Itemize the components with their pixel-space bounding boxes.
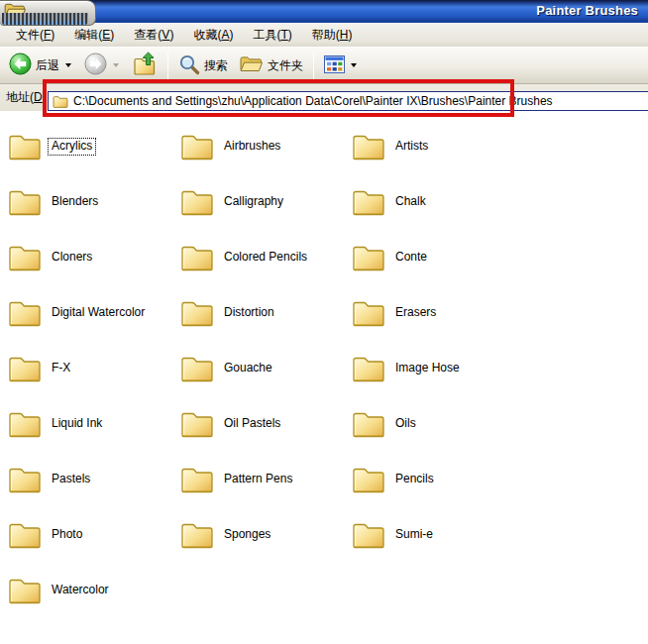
- folder-item[interactable]: Oil Pastels: [180, 396, 352, 452]
- menu-item[interactable]: 文件(F): [6, 24, 64, 47]
- folder-icon: [352, 465, 385, 494]
- folder-icon: [8, 465, 42, 494]
- folder-icon: [8, 576, 42, 605]
- folder-item[interactable]: Chalk: [352, 174, 648, 230]
- folder-name: Acrylics: [49, 139, 95, 154]
- folder-name: Image Hose: [392, 361, 463, 376]
- folder-icon: [8, 354, 42, 383]
- back-icon: [9, 53, 32, 78]
- folder-name: Blenders: [49, 194, 101, 209]
- folder-name: Watercolor: [49, 583, 112, 597]
- back-button[interactable]: 后退: [5, 51, 63, 80]
- folder-list: Acrylics Airbrushes: [0, 111, 648, 644]
- search-label: 搜索: [204, 57, 228, 74]
- address-input[interactable]: C:\Documents and Settings\zhu\Applicatio…: [48, 91, 648, 111]
- toolbar-separator: [313, 53, 314, 79]
- folder-name: Liquid Ink: [49, 416, 105, 431]
- folder-name: Pencils: [392, 472, 437, 486]
- folder-icon: [352, 409, 385, 439]
- forward-icon: [84, 53, 107, 78]
- toolbar-separator: [167, 53, 168, 79]
- menu-item[interactable]: 查看(V): [124, 24, 183, 47]
- folder-icon: [180, 187, 214, 217]
- folder-name: Pastels: [49, 472, 93, 486]
- folder-name: Airbrushes: [221, 139, 283, 154]
- views-dropdown-caret[interactable]: [351, 63, 357, 67]
- folder-name: Colored Pencils: [221, 250, 310, 265]
- folder-item[interactable]: Conte: [352, 230, 648, 285]
- folder-name: Chalk: [392, 194, 429, 209]
- views-button[interactable]: [320, 54, 361, 78]
- folder-name: Cloners: [49, 250, 95, 265]
- up-folder-icon: [133, 52, 158, 79]
- folder-name: Pattern Pens: [221, 472, 295, 486]
- folder-name: Distortion: [221, 305, 277, 320]
- folder-item[interactable]: Artists: [352, 119, 648, 174]
- forward-dropdown-caret[interactable]: [113, 63, 119, 67]
- folder-item[interactable]: Pattern Pens: [180, 452, 352, 507]
- folder-item[interactable]: F-X: [8, 341, 180, 396]
- folder-icon: [180, 354, 214, 383]
- title-bar: Painter Brushes: [0, 0, 648, 23]
- folder-name: Oil Pastels: [221, 416, 283, 431]
- menu-item[interactable]: 工具(T): [243, 24, 301, 47]
- folder-item[interactable]: Image Hose: [352, 341, 648, 396]
- folder-item[interactable]: Watercolor: [8, 563, 180, 618]
- folder-icon: [53, 95, 68, 108]
- folders-icon: [240, 55, 264, 75]
- folder-icon: [180, 520, 214, 550]
- folder-item[interactable]: Photo: [8, 507, 180, 563]
- folder-name: Oils: [392, 416, 419, 431]
- forward-button[interactable]: [80, 51, 111, 80]
- folder-item[interactable]: Gouache: [180, 341, 352, 396]
- back-dropdown-caret[interactable]: [65, 63, 71, 67]
- folder-item[interactable]: Erasers: [352, 285, 648, 341]
- address-path: C:\Documents and Settings\zhu\Applicatio…: [73, 94, 553, 108]
- address-bar: 地址(D) C:\Documents and Settings\zhu\Appl…: [0, 84, 648, 111]
- folder-item[interactable]: Cloners: [8, 230, 180, 285]
- folder-item[interactable]: Distortion: [180, 285, 352, 341]
- folder-item[interactable]: Oils: [352, 396, 648, 452]
- menu-item[interactable]: 收藏(A): [183, 24, 243, 47]
- folder-item[interactable]: Sponges: [180, 507, 352, 563]
- folder-item[interactable]: Liquid Ink: [8, 396, 180, 452]
- folder-icon: [352, 243, 385, 272]
- views-icon: [324, 55, 345, 76]
- folder-name: Erasers: [392, 305, 439, 320]
- folder-item[interactable]: Calligraphy: [180, 174, 352, 230]
- folder-item[interactable]: Airbrushes: [180, 119, 352, 174]
- folder-item[interactable]: Sumi-e: [352, 507, 648, 563]
- folder-name: Sumi-e: [392, 527, 436, 542]
- folder-icon: [8, 298, 42, 328]
- folder-name: Artists: [392, 139, 431, 154]
- folder-icon: [352, 187, 385, 217]
- folder-item[interactable]: Acrylics: [8, 119, 180, 174]
- menu-item[interactable]: 帮助(H): [302, 24, 363, 47]
- folders-button[interactable]: 文件夹: [236, 54, 307, 77]
- folder-name: Gouache: [221, 361, 275, 376]
- search-icon: [178, 54, 200, 78]
- folder-name: Digital Watercolor: [49, 305, 148, 320]
- folder-item[interactable]: Colored Pencils: [180, 230, 352, 285]
- window-tab[interactable]: [0, 0, 96, 26]
- titlebar-glitch-hatch: [2, 13, 88, 25]
- search-button[interactable]: 搜索: [174, 52, 232, 80]
- folder-icon: [180, 132, 214, 161]
- explorer-window: Painter Brushes 文件(F)编辑(E)查看(V)收藏(A)工具(T…: [0, 0, 648, 644]
- folder-item[interactable]: Pencils: [352, 452, 648, 507]
- folder-icon: [180, 409, 214, 439]
- folder-item[interactable]: Blenders: [8, 174, 180, 230]
- window-title: Painter Brushes: [536, 3, 638, 18]
- folder-name: Sponges: [221, 527, 273, 542]
- menu-item[interactable]: 编辑(E): [64, 24, 124, 47]
- folder-item[interactable]: Digital Watercolor: [8, 285, 180, 341]
- folder-icon: [8, 243, 42, 272]
- folder-icon: [352, 520, 385, 550]
- address-label: 地址(D): [6, 89, 47, 106]
- toolbar: 后退: [0, 48, 648, 84]
- folders-label: 文件夹: [268, 57, 303, 74]
- folder-icon: [8, 132, 42, 161]
- folder-item[interactable]: Pastels: [8, 452, 180, 507]
- folder-name: Conte: [392, 250, 430, 265]
- up-button[interactable]: [129, 50, 162, 81]
